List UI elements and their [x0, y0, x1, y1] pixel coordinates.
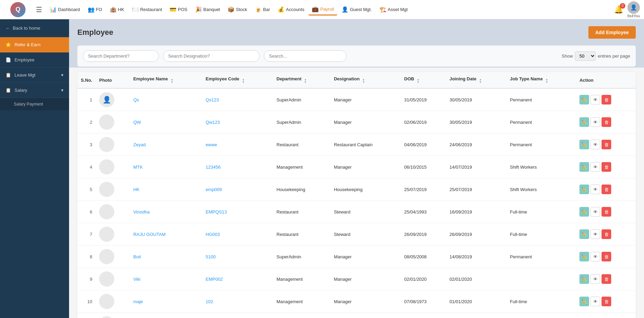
nav-item-payroll[interactable]: 💼Payroll	[308, 4, 337, 16]
delete-button[interactable]: 🗑	[602, 252, 611, 261]
emp-name-link[interactable]: MTK	[133, 165, 143, 170]
nav-item-bar[interactable]: 🍺Bar	[251, 4, 273, 15]
edit-button[interactable]: ✏️	[579, 229, 589, 239]
hamburger-button[interactable]: ☰	[36, 6, 42, 14]
emp-name-link[interactable]: Vinodha	[133, 209, 150, 215]
edit-button[interactable]: ✏️	[579, 95, 589, 105]
emp-code-link[interactable]: Qw123	[206, 120, 220, 125]
emp-name-cell[interactable]: MTK	[130, 156, 202, 178]
back-to-home-button[interactable]: ← Back to home	[0, 19, 69, 37]
emp-code-link[interactable]: emp009	[206, 187, 222, 192]
edit-button[interactable]: ✏️	[579, 274, 589, 284]
sidebar-item-refer[interactable]: ⭐Refer & Earn	[0, 37, 69, 52]
view-button[interactable]: 👁	[590, 185, 600, 194]
delete-button[interactable]: 🗑	[602, 185, 611, 194]
emp-code-link[interactable]: ewwe	[206, 142, 217, 147]
delete-button[interactable]: 🗑	[602, 207, 611, 217]
emp-code-link[interactable]: EMPQS13	[206, 209, 227, 215]
sidebar-item-leavemgt[interactable]: 📋Leave Mgt▾	[0, 68, 69, 83]
edit-button[interactable]: ✏️	[579, 162, 589, 172]
delete-button[interactable]: 🗑	[602, 274, 611, 284]
col-header-empname[interactable]: Employee Name ▲▼	[130, 72, 202, 88]
emp-name-cell[interactable]: QW	[130, 111, 202, 133]
entries-select[interactable]: 10 25 50 100	[575, 51, 596, 61]
nav-item-banquet[interactable]: 🎉Banquet	[192, 4, 223, 15]
emp-name-link[interactable]: Viki	[133, 277, 141, 282]
emp-code-cell[interactable]: 123456	[202, 156, 273, 178]
emp-code-cell[interactable]: HG003	[202, 223, 273, 246]
emp-code-cell[interactable]: E002	[202, 313, 273, 318]
edit-button[interactable]: ✏️	[579, 207, 589, 217]
emp-code-cell[interactable]: Qs123	[202, 88, 273, 111]
emp-name-cell[interactable]: Boti	[130, 246, 202, 268]
delete-button[interactable]: 🗑	[602, 229, 611, 239]
view-button[interactable]: 👁	[590, 162, 600, 172]
emp-code-link[interactable]: HG003	[206, 232, 220, 237]
edit-button[interactable]: ✏️	[579, 297, 589, 306]
emp-name-link[interactable]: maje	[133, 299, 143, 304]
emp-name-cell[interactable]: Viki	[130, 268, 202, 290]
delete-button[interactable]: 🗑	[602, 95, 611, 105]
emp-name-link[interactable]: HK	[133, 187, 140, 192]
nav-item-fo[interactable]: 👥FO	[84, 4, 106, 15]
emp-code-link[interactable]: 123456	[206, 165, 221, 170]
edit-button[interactable]: ✏️	[579, 252, 589, 261]
view-button[interactable]: 👁	[590, 252, 600, 261]
emp-code-cell[interactable]: emp009	[202, 178, 273, 201]
col-header-jobtypename[interactable]: Job Type Name ▲▼	[507, 72, 576, 88]
nav-item-assetmgt[interactable]: 🏗️Asset Mgt	[376, 4, 411, 15]
emp-code-cell[interactable]: Qw123	[202, 111, 273, 133]
designation-search-input[interactable]	[163, 50, 260, 62]
col-header-dob[interactable]: DOB ▲▼	[401, 72, 446, 88]
edit-button[interactable]: ✏️	[579, 117, 589, 127]
emp-name-cell[interactable]: Qs	[130, 88, 202, 111]
view-button[interactable]: 👁	[590, 207, 600, 217]
nav-item-restaurant[interactable]: 🍽️Restaurant	[128, 4, 166, 15]
emp-code-link[interactable]: Qs123	[206, 97, 219, 102]
emp-code-cell[interactable]: 5100	[202, 246, 273, 268]
search-input[interactable]	[264, 50, 347, 62]
emp-code-cell[interactable]: EMPQS13	[202, 201, 273, 223]
view-button[interactable]: 👁	[590, 140, 600, 149]
notifications-button[interactable]: 🔔 0	[614, 5, 623, 14]
emp-name-link[interactable]: QW	[133, 120, 141, 125]
view-button[interactable]: 👁	[590, 297, 600, 306]
emp-name-cell[interactable]: Nandhini a	[130, 313, 202, 318]
view-button[interactable]: 👁	[590, 117, 600, 127]
emp-name-link[interactable]: RAJU GOUTAM	[133, 232, 166, 237]
delete-button[interactable]: 🗑	[602, 117, 611, 127]
nav-item-pos[interactable]: 💳POS	[166, 4, 191, 15]
delete-button[interactable]: 🗑	[602, 140, 611, 149]
nav-item-stock[interactable]: 📦Stock	[224, 4, 251, 15]
col-header-joiningdate[interactable]: Joining Date ▲▼	[446, 72, 507, 88]
emp-name-cell[interactable]: HK	[130, 178, 202, 201]
emp-name-link[interactable]: Boti	[133, 254, 141, 259]
emp-code-link[interactable]: 102	[206, 299, 213, 304]
col-header-empcode[interactable]: Employee Code ▲▼	[202, 72, 273, 88]
delete-button[interactable]: 🗑	[602, 297, 611, 306]
emp-name-link[interactable]: Zeyad	[133, 142, 146, 147]
emp-code-cell[interactable]: EMP002	[202, 268, 273, 290]
user-avatar[interactable]: 👤	[627, 1, 640, 14]
view-button[interactable]: 👁	[590, 274, 600, 284]
emp-name-cell[interactable]: RAJU GOUTAM	[130, 223, 202, 246]
emp-code-cell[interactable]: 102	[202, 290, 273, 313]
nav-item-dashboard[interactable]: 📊Dashboard	[46, 4, 84, 15]
delete-button[interactable]: 🗑	[602, 162, 611, 172]
emp-code-link[interactable]: EMP002	[206, 277, 223, 282]
sidebar-item-employee[interactable]: 📄Employee	[0, 52, 69, 68]
nav-item-accounts[interactable]: 💰Accounts	[274, 4, 308, 15]
emp-name-cell[interactable]: maje	[130, 290, 202, 313]
col-header-designation[interactable]: Designation ▲▼	[330, 72, 401, 88]
nav-item-guestmgt[interactable]: 👤Guest Mgt.	[338, 4, 375, 15]
emp-code-link[interactable]: 5100	[206, 254, 216, 259]
sidebar-sub-item-salarypayment[interactable]: Salary Payment	[0, 98, 69, 110]
edit-button[interactable]: ✏️	[579, 185, 589, 194]
emp-name-cell[interactable]: Zeyad	[130, 133, 202, 156]
emp-name-link[interactable]: Qs	[133, 97, 139, 102]
emp-code-cell[interactable]: ewwe	[202, 133, 273, 156]
sidebar-item-salary[interactable]: 📋Salary▾	[0, 83, 69, 98]
add-employee-button[interactable]: Add Employee	[588, 26, 636, 39]
department-search-input[interactable]	[83, 50, 159, 62]
nav-item-hk[interactable]: 🏨HK	[106, 4, 128, 15]
